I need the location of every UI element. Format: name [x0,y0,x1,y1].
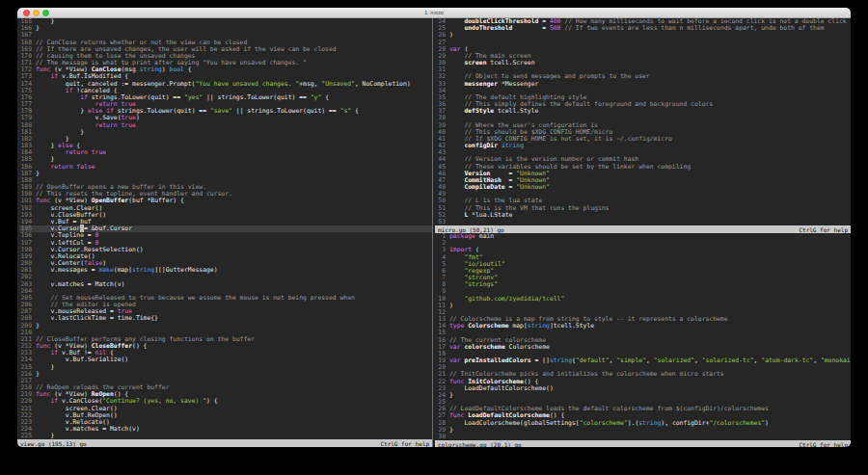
code-token: LoadDefaultColorscheme() [449,384,554,392]
code-token: "y" [311,93,322,101]
code-token: preInstalledColors [464,356,530,364]
code-line: 224 v.matches = Match(v) [19,426,432,433]
code-line: 7 "strconv" [437,275,851,281]
terminal-content: 165 }166}167168// CanClose returns wheth… [17,18,851,447]
code-token [449,183,464,191]
code-token: defStyle [464,107,494,115]
window-title: 1. micro [17,10,851,15]
code-token: messenger [464,80,498,88]
code-token: screen [464,59,486,66]
code-token: type [449,322,464,330]
statusbar-view-go: view.go (195,13) go CtrlG for help [17,439,432,447]
code-token: false [76,163,95,171]
code-area-micro-go[interactable]: 24 doubleClickThreshold = 400 // How man… [435,18,851,225]
code-line: 214 v.Buf.Serialize() [19,356,432,363]
code-token: (map[ [114,266,132,274]
code-token: string [140,66,162,73]
code-token: string [550,356,572,364]
code-token: } [449,426,453,434]
code-token: v.matches = Match(v) [36,280,124,288]
code-token: true [92,148,106,156]
code-line: 17var colorscheme Colorscheme [437,344,851,351]
code-token: var [449,343,461,351]
code-token: , [694,356,702,364]
close-button[interactable] [23,10,30,16]
code-line: 28 LoadColorscheme(globalSettings["color… [437,420,851,427]
code-line: 203 v.matches = Match(v) [19,281,432,288]
statusbar-fileinfo: view.go (195,13) go [20,440,87,447]
code-area-colorscheme-go[interactable]: 1package main23import (4 "fmt"5 "io/iout… [435,233,851,440]
code-line: 2 [437,240,851,247]
line-number: 225 [19,433,36,439]
statusbar-fileinfo: colorscheme.go (20,1) go [438,441,522,448]
code-token: return [66,148,88,156]
code-token: v.lastClickTime = time.Time{} [36,314,158,322]
code-token: { [184,66,192,73]
zoom-button[interactable] [42,10,49,16]
code-line: 30 screen tcell.Screen [437,60,851,66]
code-line: 14type Colorscheme map[string]tcell.Styl… [437,323,851,330]
code-token: tcell.Screen [486,59,534,66]
code-token: "github.com/zyedidia/tcell" [464,295,564,303]
code-token: (buf *Buffer) { [128,197,184,204]
code-token: v.messages = [36,266,98,274]
editor-pane-micro-go[interactable]: 24 doubleClickThreshold = 400 // How man… [435,18,851,233]
code-line: 184 return true [19,149,432,156]
code-line: 53 [437,219,851,225]
code-token: CompileDate [464,183,504,191]
code-line: 26) [437,32,851,39]
code-line: 52 L *lua.LState [437,212,851,219]
code-token: "yes" [184,93,203,101]
code-token: ) [449,302,453,309]
code-line: 187} [19,171,432,177]
code-token: ) [136,114,140,121]
statusbar-help: CtrlG for help [380,440,429,447]
code-line: 186 return false [19,164,432,171]
code-token [449,280,464,288]
code-line: 5 "io/ioutil" [437,261,851,268]
code-token: "atom-dark-tc" [761,356,813,364]
code-token: +msg, [299,80,321,88]
code-line: 25 undoThreshold = 500 // If two events … [437,25,851,32]
code-token: = [512,24,549,32]
code-token: bool [170,66,184,73]
line-number: 53 [437,219,449,225]
code-token: "colorscheme" [580,419,628,427]
code-token: "Unsaved" [321,80,355,88]
statusbar-colorscheme-go: colorscheme.go (20,1) go CtrlG for help [435,440,851,447]
code-line: 6 "regexp" [437,268,851,275]
code-token: make [98,266,113,274]
code-line: 19var preInstalledColors = []string{"def… [437,357,851,364]
code-line: 1package main [437,233,851,240]
code-area-view-go[interactable]: 165 }166}167168// CanClose returns wheth… [17,18,432,439]
code-token: } [36,432,54,439]
window-controls [23,10,49,16]
code-line: 30 [437,434,851,440]
code-token [449,80,464,88]
code-token: || strings.ToLower(quit) == [203,93,311,101]
code-line: 48 CompileDate = "Unknown" [437,184,851,191]
statusbar-micro-go: micro.go (50,21) go CtrlG for help [435,225,851,233]
code-line: 166} [19,25,432,32]
editor-pane-colorscheme-go[interactable]: 1package main23import (4 "fmt"5 "io/iout… [435,233,851,447]
code-line: 24} [437,392,851,399]
code-token: "solarized-tc" [702,356,754,364]
pane-divider[interactable] [432,18,433,447]
code-token: } [36,24,40,32]
code-token: ) [765,419,769,427]
minimize-button[interactable] [33,10,40,16]
code-token: map[ [509,322,528,330]
code-token: return [50,163,72,171]
code-token: , NoCompletion) [355,80,411,88]
code-line: 10 "github.com/zyedidia/tcell" [437,296,851,303]
code-token: tcell.Style [494,107,538,115]
code-line: 209} [19,323,432,330]
code-token: "simple" [616,356,646,364]
code-line: 215 } [19,364,432,371]
code-token: "/colorschemes" [709,419,765,427]
code-line: 201 v.messages = make(map[string][]Gutte… [19,267,432,274]
editor-pane-view-go[interactable]: 165 }166}167168// CanClose returns wheth… [17,18,432,447]
code-line: 8 "strings" [437,281,851,288]
window-titlebar[interactable]: 1. micro [17,8,851,18]
code-token: ) [449,31,453,39]
